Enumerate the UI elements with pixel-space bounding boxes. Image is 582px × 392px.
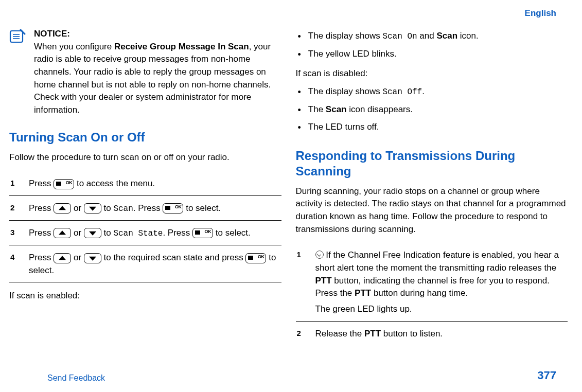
step-body: Press or to the required scan state and … — [29, 252, 280, 278]
section-heading-scan-onoff: Turning Scan On or Off — [9, 130, 281, 145]
enabled-list: The display shows Scan On and Scan icon.… — [296, 30, 568, 61]
bullet-icon — [298, 103, 301, 117]
up-button-icon — [54, 203, 71, 213]
up-button-icon — [54, 228, 71, 238]
step-2: 2 Press or to Scan. Press to select. — [9, 196, 281, 221]
down-button-icon — [84, 228, 101, 238]
credential-icon — [315, 251, 324, 259]
step-1: 1 If the Channel Free Indication feature… — [296, 243, 568, 321]
procedure-responding: 1 If the Channel Free Indication feature… — [296, 243, 568, 345]
list-item: The display shows Scan On and Scan icon. — [298, 30, 568, 44]
step-number: 1 — [297, 249, 307, 316]
scan-disabled-label: If scan is disabled: — [296, 67, 568, 80]
procedure-scan-onoff: 1 Press to access the menu. 2 Press — [9, 171, 281, 282]
notice-text-pre: When you configure — [34, 42, 114, 51]
scan-enabled-label: If scan is enabled: — [9, 290, 281, 302]
ok-button-icon — [163, 203, 183, 213]
bullet-icon — [298, 30, 301, 44]
step-body: Release the PTT button to listen. — [315, 328, 567, 342]
notice-icon — [9, 28, 28, 116]
document-page: English NOTICE: When you configure Recei… — [0, 0, 582, 392]
list-item: The yellow LED blinks. — [298, 48, 568, 62]
list-item: The LED turns off. — [298, 121, 568, 135]
bullet-icon — [298, 48, 301, 62]
section1-intro: Follow the procedure to turn scan on or … — [9, 151, 281, 164]
step-2: 2 Release the PTT button to listen. — [296, 322, 568, 346]
notice-label: NOTICE: — [34, 29, 70, 39]
list-item: The display shows Scan Off. — [298, 85, 568, 99]
disabled-list: The display shows Scan Off. The Scan ico… — [296, 85, 568, 135]
step-number: 4 — [10, 252, 21, 278]
right-column: The display shows Scan On and Scan icon.… — [296, 28, 568, 360]
notice-bold: Receive Group Message In Scan — [114, 42, 249, 51]
step-number: 1 — [10, 177, 21, 191]
notice-block: NOTICE: When you configure Receive Group… — [9, 28, 281, 116]
list-item: The Scan icon disappears. — [298, 103, 568, 117]
content-columns: NOTICE: When you configure Receive Group… — [9, 10, 568, 360]
step-body: Press to access the menu. — [29, 177, 280, 191]
step-1: 1 Press to access the menu. — [9, 171, 281, 196]
language-label: English — [525, 7, 556, 20]
section2-intro: During scanning, your radio stops on a c… — [296, 185, 568, 236]
step-body: If the Channel Free Indication feature i… — [315, 249, 567, 316]
section-heading-responding: Responding to Transmissions During Scann… — [296, 148, 568, 179]
down-button-icon — [84, 203, 101, 213]
bullet-icon — [298, 121, 301, 135]
bullet-icon — [298, 85, 301, 99]
send-feedback-link[interactable]: Send Feedback — [47, 372, 105, 384]
step-body: Press or to Scan State. Press to select. — [29, 227, 280, 241]
up-button-icon — [54, 253, 71, 263]
step-3: 3 Press or to Scan State. Press to selec… — [9, 221, 281, 245]
step-number: 2 — [10, 202, 21, 216]
ok-button-icon — [54, 179, 74, 189]
notice-text-post: , your radio is able to receive group me… — [34, 42, 271, 115]
step-body: Press or to Scan. Press to select. — [29, 202, 280, 216]
down-button-icon — [84, 253, 101, 263]
notice-body: NOTICE: When you configure Receive Group… — [34, 28, 281, 116]
page-number: 377 — [537, 367, 556, 384]
step-4: 4 Press or to the required scan state an… — [9, 245, 281, 282]
left-column: NOTICE: When you configure Receive Group… — [9, 28, 281, 360]
step-number: 3 — [10, 227, 21, 241]
ok-button-icon — [192, 228, 213, 238]
step-number: 2 — [297, 328, 307, 342]
page-footer: Send Feedback 377 — [0, 367, 582, 384]
ok-button-icon — [245, 253, 266, 263]
